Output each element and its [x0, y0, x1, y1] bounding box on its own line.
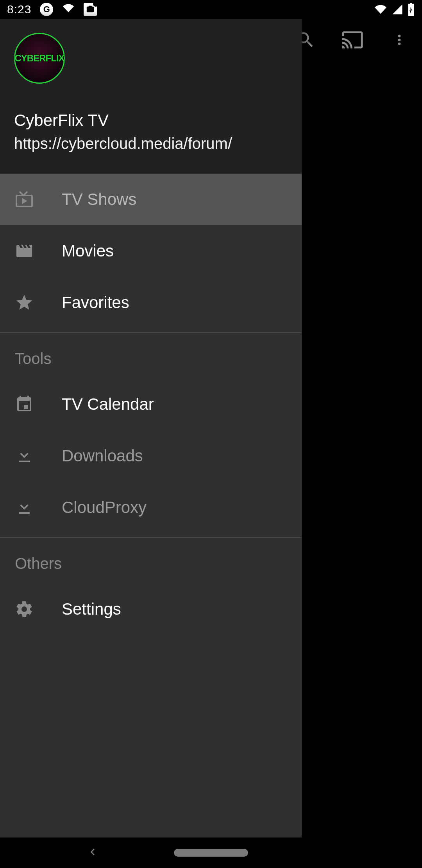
- star-icon: [15, 293, 34, 312]
- back-button[interactable]: [86, 845, 99, 860]
- battery-icon: [407, 3, 415, 16]
- wifi-small-icon: [62, 3, 75, 16]
- nav-label: Settings: [62, 600, 121, 619]
- download-icon: [15, 498, 34, 517]
- nav-item-movies[interactable]: Movies: [0, 225, 302, 277]
- screenshot-pending-icon: [84, 3, 97, 16]
- avatar-text: CYBERFLIX: [15, 53, 64, 64]
- section-header-tools: Tools: [0, 333, 302, 378]
- movie-icon: [15, 242, 34, 260]
- nav-item-cloudproxy[interactable]: CloudProxy: [0, 482, 302, 533]
- wifi-icon: [374, 4, 388, 15]
- live-tv-icon: [15, 190, 34, 209]
- status-right-group: [374, 3, 415, 16]
- status-left-group: 8:23 G: [7, 3, 97, 16]
- nav-label: Movies: [62, 242, 114, 260]
- status-bar: 8:23 G: [0, 0, 422, 19]
- nav-label: TV Calendar: [62, 395, 154, 414]
- nav-label: CloudProxy: [62, 498, 147, 517]
- gear-icon: [15, 600, 34, 619]
- nav-drawer: CYBERFLIX CyberFlix TV https://cyberclou…: [0, 19, 302, 838]
- nav-item-downloads[interactable]: Downloads: [0, 430, 302, 482]
- nav-label: TV Shows: [62, 190, 136, 209]
- nav-label: Favorites: [62, 293, 129, 312]
- drawer-app-url: https://cybercloud.media/forum/: [14, 135, 232, 152]
- app-surface: CYBERFLIX CyberFlix TV https://cyberclou…: [0, 19, 422, 838]
- chevron-left-icon: [86, 845, 99, 859]
- download-icon: [15, 447, 34, 465]
- nav-item-favorites[interactable]: Favorites: [0, 277, 302, 328]
- nav-item-tv-shows[interactable]: TV Shows: [0, 174, 302, 225]
- nav-item-settings[interactable]: Settings: [0, 583, 302, 635]
- nav-label: Downloads: [62, 447, 143, 465]
- nav-item-tv-calendar[interactable]: TV Calendar: [0, 378, 302, 430]
- status-clock: 8:23: [7, 3, 31, 16]
- cell-signal-icon: [392, 4, 403, 15]
- drawer-app-name: CyberFlix TV: [14, 111, 109, 130]
- home-gesture-pill[interactable]: [174, 849, 248, 857]
- drawer-header: CYBERFLIX CyberFlix TV https://cyberclou…: [0, 19, 302, 174]
- avatar: CYBERFLIX: [14, 33, 65, 84]
- system-nav-bar: [0, 838, 422, 868]
- calendar-icon: [15, 395, 34, 414]
- section-header-others: Others: [0, 538, 302, 583]
- drawer-list: TV Shows Movies Favorites Tools: [0, 174, 302, 838]
- google-g-icon: G: [40, 3, 53, 16]
